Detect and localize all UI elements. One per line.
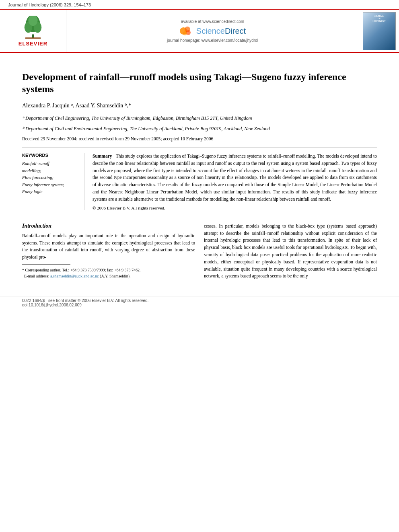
footnote-email: E-mail address: a.shamseldin@auckland.ac… <box>22 273 195 279</box>
summary-label: Summary <box>93 154 112 158</box>
available-text: available at www.sciencedirect.com <box>181 19 244 24</box>
introduction-section: Introduction Rainfall–runoff models play… <box>22 223 377 280</box>
footnote-divider <box>22 264 70 265</box>
abstract-section: KEYWORDS Rainfall–runoff modelling; Flow… <box>22 153 377 210</box>
intro-left-column: Introduction Rainfall–runoff models play… <box>22 223 195 280</box>
issn-line: 0022-1694/$ - see front matter © 2006 El… <box>22 298 148 303</box>
article-title: Development of rainfall—runoff models us… <box>22 71 377 95</box>
center-banner: available at www.sciencedirect.com Scien… <box>66 10 359 52</box>
email-link[interactable]: a.shamseldin@auckland.ac.nz <box>50 274 99 278</box>
affiliation-b: ᵇ Department of Civil and Environmental … <box>22 125 377 132</box>
footnote-corresponding: * Corresponding author. Tel.: +64 9 373 … <box>22 267 195 273</box>
abstract-text-box: Summary This study explores the applicat… <box>93 153 377 210</box>
intro-left-text: Rainfall–runoff models play an important… <box>22 232 195 261</box>
journal-cover-image: JOURNAL OF HYDROLOGY <box>363 12 396 50</box>
received-line: Received 29 November 2004; received in r… <box>22 136 377 141</box>
elsevier-tree-icon <box>17 16 49 40</box>
svg-point-9 <box>183 31 187 35</box>
keywords-box: KEYWORDS Rainfall–runoff modelling; Flow… <box>22 153 84 210</box>
affiliation-a: ᵃ Department of Civil Engineering, The U… <box>22 115 377 122</box>
sciencedirect-logo: ScienceDirect <box>179 25 246 37</box>
intro-right-text: cesses. In particular, models belonging … <box>204 223 377 280</box>
copyright-line: © 2006 Elsevier B.V. All rights reserved… <box>93 205 377 210</box>
sd-icon <box>179 25 194 37</box>
keywords-title: KEYWORDS <box>22 153 78 158</box>
summary-text: Summary This study explores the applicat… <box>93 153 377 203</box>
divider-top <box>22 148 377 148</box>
section-title-introduction: Introduction <box>22 223 195 229</box>
svg-rect-5 <box>25 37 41 39</box>
main-content: Development of rainfall—runoff models us… <box>0 53 399 288</box>
keywords-list: Rainfall–runoff modelling; Flow forecast… <box>22 160 78 195</box>
journal-cover: JOURNAL OF HYDROLOGY <box>359 10 399 52</box>
doi-line: doi:10.1016/j.jhydrol.2006.02.009 <box>22 303 82 307</box>
header-banner: ELSEVIER available at www.sciencedirect.… <box>0 9 399 53</box>
intro-right-column: cesses. In particular, models belonging … <box>204 223 377 280</box>
journal-citation: Journal of Hydrology (2006) 329, 154–173 <box>0 0 399 9</box>
sciencedirect-text: ScienceDirect <box>196 27 246 36</box>
authors: Alexandra P. Jacquin ᵃ, Asaad Y. Shamsel… <box>22 102 377 109</box>
elsevier-name: ELSEVIER <box>19 41 47 47</box>
journal-homepage: journal homepage: www.elsevier.com/locat… <box>167 38 258 43</box>
abstract-body: This study explores the application of T… <box>93 154 377 201</box>
divider-bottom <box>22 217 377 217</box>
elsevier-logo: ELSEVIER <box>0 10 66 52</box>
bottom-bar: 0022-1694/$ - see front matter © 2006 El… <box>0 296 399 307</box>
